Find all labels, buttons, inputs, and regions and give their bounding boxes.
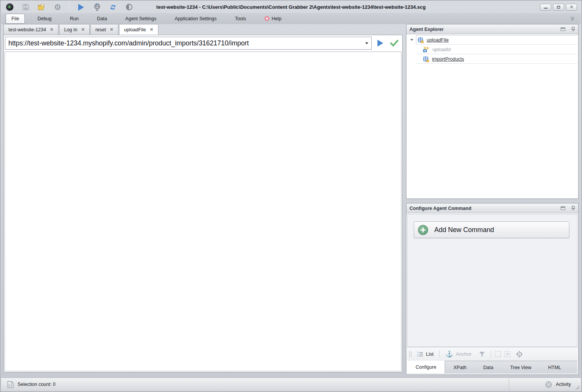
- tree-item-label: importProducts: [432, 56, 464, 62]
- anchor-icon: ⚓: [445, 351, 453, 357]
- restore-button[interactable]: [553, 4, 564, 11]
- tab-label: test-website-1234: [8, 27, 46, 32]
- plus-circle-icon: [418, 225, 428, 235]
- tab-label: Log In: [64, 27, 77, 32]
- url-dropdown-icon[interactable]: [365, 42, 368, 44]
- tree-item-label: uploadId: [432, 47, 451, 52]
- add-new-command-button[interactable]: Add New Command: [414, 221, 569, 238]
- tab-html[interactable]: HTML: [540, 361, 569, 374]
- browser-viewport[interactable]: [5, 52, 401, 371]
- menu-help-label: Help: [272, 16, 282, 21]
- agent-command-icon: [417, 37, 424, 43]
- agent-explorer-title: Agent Explorer: [409, 27, 444, 32]
- maximize-panel-icon[interactable]: [561, 206, 565, 210]
- toolbar-separator: [491, 350, 491, 358]
- window-controls: ✕: [540, 4, 581, 11]
- activity-status[interactable]: Activity: [509, 378, 581, 391]
- tree-item-uploadid[interactable]: uploadId: [407, 45, 577, 54]
- gear-icon: ⚙: [54, 3, 61, 11]
- collapse-ribbon-button[interactable]: [569, 16, 576, 21]
- menu-application-settings[interactable]: Application Settings: [169, 14, 222, 24]
- app-menu-button[interactable]: [4, 2, 15, 12]
- capture-data-icon: [422, 46, 429, 53]
- menu-tools[interactable]: Tools: [229, 14, 252, 24]
- tab-xpath[interactable]: XPath: [445, 361, 475, 374]
- numbered-list-icon: 1 2: [417, 351, 423, 357]
- anchor-tool-label: Anchor: [456, 351, 471, 357]
- tab-uploadfile[interactable]: uploadFile ✕: [119, 24, 158, 35]
- selection-status: Selection count: 0: [1, 381, 55, 388]
- configure-toolbar: 1 2 List ⚓ Anchor: [407, 347, 577, 361]
- chevron-double-down-icon: [569, 16, 576, 21]
- filter-tool-button[interactable]: [477, 350, 487, 358]
- globe-icon: [93, 3, 101, 11]
- open-browser-button[interactable]: [92, 2, 102, 12]
- locate-tool-button[interactable]: [514, 350, 525, 359]
- resize-grip-icon[interactable]: [575, 385, 580, 390]
- menu-run[interactable]: Run: [64, 14, 84, 24]
- selection-count-label: Selection count: 0: [18, 382, 55, 387]
- open-agent-button[interactable]: [36, 2, 47, 12]
- refresh-button[interactable]: [108, 2, 118, 12]
- tree-item-importproducts[interactable]: importProducts: [407, 54, 577, 64]
- configure-command-panel: Configure Agent Command Add New Command: [406, 203, 579, 375]
- selection-document-icon: [7, 381, 14, 388]
- menu-bar: File Debug Run Data Agent Settings Appli…: [1, 13, 581, 24]
- tab-data[interactable]: Data: [475, 361, 501, 374]
- tab-close-icon[interactable]: ✕: [81, 27, 85, 32]
- configure-tab-strip: Configure XPath Data Tree View HTML: [407, 361, 577, 374]
- minimize-button[interactable]: [540, 4, 551, 11]
- pin-icon[interactable]: [571, 27, 575, 32]
- menu-agent-settings[interactable]: Agent Settings: [119, 14, 162, 24]
- contrast-button[interactable]: [124, 2, 134, 12]
- toolbar-separator: [69, 3, 69, 11]
- quick-access-toolbar: ⚙: [1, 2, 134, 12]
- menu-file[interactable]: File: [6, 14, 25, 24]
- list-tool-button[interactable]: 1 2 List: [415, 350, 435, 358]
- clear-selection-button[interactable]: ✕: [505, 351, 510, 357]
- restore-icon: [557, 6, 560, 9]
- filter-icon: [479, 352, 485, 357]
- url-combo-box[interactable]: [5, 37, 372, 50]
- tab-tree-view[interactable]: Tree View: [502, 361, 540, 374]
- settings-button[interactable]: ⚙: [52, 2, 63, 12]
- svg-text:2: 2: [417, 354, 419, 357]
- tab-close-icon[interactable]: ✕: [50, 27, 53, 32]
- select-region-button[interactable]: [495, 351, 501, 357]
- pin-icon[interactable]: [571, 206, 575, 211]
- menu-data[interactable]: Data: [91, 14, 113, 24]
- navigate-button[interactable]: [374, 37, 386, 49]
- address-bar: [4, 35, 402, 51]
- status-bar: Selection count: 0 Activity: [1, 377, 581, 391]
- agent-explorer-tree: uploadFile uploadId: [407, 35, 577, 198]
- save-icon: [22, 3, 29, 11]
- close-icon: ✕: [570, 5, 573, 9]
- run-agent-button[interactable]: [76, 2, 86, 12]
- url-input[interactable]: [8, 39, 363, 47]
- tab-label: reset: [95, 27, 106, 32]
- maximize-panel-icon[interactable]: [561, 27, 565, 31]
- tab-log-in[interactable]: Log In ✕: [59, 24, 90, 35]
- app-icon: [6, 3, 13, 11]
- toolbar-grip[interactable]: [409, 351, 411, 357]
- activity-label: Activity: [556, 382, 571, 387]
- confirm-url-button[interactable]: [389, 37, 400, 49]
- tab-test-website-1234[interactable]: test-website-1234 ✕: [3, 24, 58, 35]
- expander-icon[interactable]: [410, 39, 413, 41]
- configure-panel-title: Configure Agent Command: [409, 206, 471, 211]
- tab-close-icon[interactable]: ✕: [150, 27, 153, 32]
- agent-command-icon: [422, 56, 429, 62]
- configure-panel-body: Add New Command: [407, 214, 577, 347]
- title-bar: ⚙ test-website-123: [1, 1, 581, 13]
- play-icon: [78, 4, 84, 11]
- menu-help[interactable]: Help: [259, 14, 287, 24]
- tree-item-uploadfile[interactable]: uploadFile: [407, 35, 577, 45]
- menu-debug[interactable]: Debug: [32, 14, 57, 24]
- save-button[interactable]: [20, 2, 31, 12]
- tab-close-icon[interactable]: ✕: [110, 27, 113, 32]
- tab-configure[interactable]: Configure: [407, 361, 445, 373]
- close-button[interactable]: ✕: [566, 4, 577, 11]
- agent-explorer-header: Agent Explorer: [406, 24, 578, 34]
- anchor-tool-button[interactable]: ⚓ Anchor: [443, 350, 473, 358]
- tab-reset[interactable]: reset ✕: [90, 24, 118, 35]
